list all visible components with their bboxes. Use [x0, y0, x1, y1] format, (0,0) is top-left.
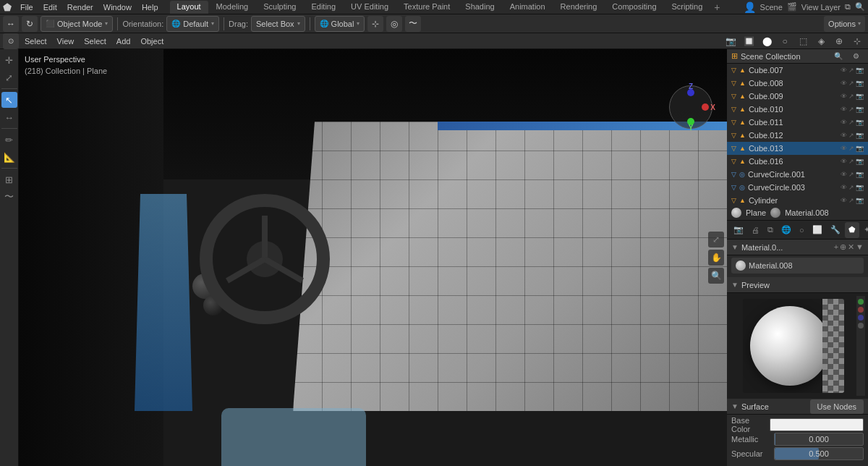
wireframe-icon[interactable]: ○: [777, 33, 793, 49]
snap-header-icon[interactable]: ⊹: [849, 33, 865, 49]
mat-delete-icon[interactable]: ✕: [848, 242, 854, 252]
add-workspace-button[interactable]: +: [710, 1, 723, 14]
select-tool[interactable]: ↖: [1, 92, 17, 108]
outliner-item-cube007[interactable]: ▽ ▲ Cube.007 👁 ↗ 📷: [727, 64, 868, 77]
sculpt-tool[interactable]: 〜: [1, 189, 17, 205]
cyl-sel-icon[interactable]: ↗: [848, 197, 854, 204]
outliner-item-cube011[interactable]: ▽ ▲ Cube.011 👁 ↗ 📷: [727, 116, 868, 129]
mat-new-icon[interactable]: +: [834, 242, 838, 252]
outliner-filter-icon[interactable]: 🔍: [830, 48, 846, 64]
drag-dropdown[interactable]: Select Box ▾: [251, 16, 305, 32]
cube009-vis-icon[interactable]: 👁: [841, 93, 847, 100]
account-icon[interactable]: 👤: [744, 1, 756, 13]
menu-edit[interactable]: Edit: [39, 1, 61, 13]
xray-icon[interactable]: ⬚: [795, 33, 811, 49]
tab-rendering[interactable]: Rendering: [553, 1, 605, 14]
props-tab-modifiers[interactable]: 🔧: [827, 222, 844, 238]
cube008-sel-icon[interactable]: ↗: [848, 80, 854, 87]
cube011-render-icon[interactable]: 📷: [856, 119, 864, 126]
outliner-item-cube008[interactable]: ▽ ▲ Cube.008 👁 ↗ 📷: [727, 77, 868, 90]
props-tab-view-layer[interactable]: ⧉: [764, 222, 777, 238]
vp-hand-icon[interactable]: ✋: [708, 250, 724, 266]
metallic-slider[interactable]: 0.000: [774, 433, 864, 446]
rotate-tool-icon[interactable]: ↻: [22, 16, 38, 32]
cube009-sel-icon[interactable]: ↗: [848, 93, 854, 100]
cursor-tool[interactable]: ✛: [1, 52, 17, 68]
cc003-render-icon[interactable]: 📷: [856, 184, 864, 191]
props-tab-material[interactable]: ⬟: [845, 222, 859, 238]
overlay-icon[interactable]: ◈: [813, 33, 829, 49]
nav-gizmo[interactable]: X Y Z: [669, 85, 720, 136]
tab-editing[interactable]: Editing: [304, 1, 343, 14]
props-tab-render[interactable]: 📷: [730, 222, 747, 238]
add-tool[interactable]: ⊞: [1, 171, 17, 187]
props-tab-world[interactable]: ○: [796, 222, 808, 238]
tab-sculpting[interactable]: Sculpting: [256, 1, 303, 14]
object-mode-dropdown[interactable]: ⬛ Object Mode ▾: [41, 16, 113, 32]
vp-zoom-icon[interactable]: 🔍: [708, 268, 724, 284]
mat-copy-icon[interactable]: ⊕: [840, 242, 846, 252]
move-tool-icon[interactable]: ↔: [3, 16, 19, 32]
options-button[interactable]: Options ▾: [824, 16, 865, 32]
cc003-sel-icon[interactable]: ↗: [848, 184, 854, 191]
cube016-render-icon[interactable]: 📷: [856, 158, 864, 165]
menu-file[interactable]: File: [16, 1, 38, 13]
tab-scripting[interactable]: Scripting: [665, 1, 710, 14]
cube008-render-icon[interactable]: 📷: [856, 80, 864, 87]
props-tab-particles[interactable]: ✦: [860, 222, 868, 238]
props-tab-object[interactable]: ⬜: [809, 222, 826, 238]
outliner-item-cube010[interactable]: ▽ ▲ Cube.010 👁 ↗ 📷: [727, 103, 868, 116]
outliner-item-cube009[interactable]: ▽ ▲ Cube.009 👁 ↗ 📷: [727, 90, 868, 103]
tab-compositing[interactable]: Compositing: [605, 1, 663, 14]
cube007-render-icon[interactable]: 📷: [856, 67, 864, 74]
outliner-item-cube012[interactable]: ▽ ▲ Cube.012 👁 ↗ 📷: [727, 129, 868, 142]
cc001-vis-icon[interactable]: 👁: [841, 171, 847, 178]
cube008-vis-icon[interactable]: 👁: [841, 80, 847, 87]
menu-help[interactable]: Help: [137, 1, 163, 13]
viewport-shading-icon[interactable]: ⊙: [3, 33, 19, 49]
transform-tool[interactable]: ↔: [1, 109, 17, 125]
outliner-item-curvecircle003[interactable]: ▽ ◎ CurveCircle.003 👁 ↗ 📷: [727, 181, 868, 194]
select-menu2[interactable]: Select: [80, 36, 111, 46]
cc003-vis-icon[interactable]: 👁: [841, 184, 847, 191]
outliner-item-cylinder[interactable]: ▽ ▲ Cylinder 👁 ↗ 📷: [727, 194, 868, 205]
cube010-vis-icon[interactable]: 👁: [841, 106, 847, 113]
transform-dropdown[interactable]: 🌐 Global ▾: [315, 16, 365, 32]
preview-header[interactable]: ▼ Preview: [727, 277, 868, 293]
gizmo-icon[interactable]: ⊕: [831, 33, 847, 49]
wave-icon[interactable]: 〜: [405, 16, 421, 32]
cube016-sel-icon[interactable]: ↗: [848, 158, 854, 165]
outliner-item-cube013[interactable]: ▽ ▲ Cube.013 👁 ↗ 📷: [727, 142, 868, 155]
mat-filter-icon[interactable]: ▼: [856, 242, 864, 252]
menu-window[interactable]: Window: [99, 1, 136, 13]
snap-icon[interactable]: ⊹: [367, 16, 383, 32]
tab-shading[interactable]: Shading: [458, 1, 501, 14]
cube013-vis-icon[interactable]: 👁: [841, 145, 847, 152]
search-icon[interactable]: 🔍: [855, 2, 865, 12]
outliner-settings-icon[interactable]: ⚙: [848, 48, 864, 64]
cube011-vis-icon[interactable]: 👁: [841, 119, 847, 126]
tab-layout[interactable]: Layout: [170, 1, 208, 14]
props-tab-scene[interactable]: 🌐: [778, 222, 795, 238]
cube007-sel-icon[interactable]: ↗: [848, 67, 854, 74]
cube013-render-icon[interactable]: 📷: [856, 145, 864, 152]
cyl-render-icon[interactable]: 📷: [856, 197, 864, 204]
props-tab-output[interactable]: 🖨: [748, 222, 763, 238]
outliner-item-curvecircle001[interactable]: ▽ ◎ CurveCircle.001 👁 ↗ 📷: [727, 168, 868, 181]
tab-animation[interactable]: Animation: [503, 1, 553, 14]
add-menu[interactable]: Add: [112, 36, 135, 46]
orientation-dropdown[interactable]: 🌐 Default ▾: [166, 16, 219, 32]
move-tool[interactable]: ⤢: [1, 69, 17, 85]
cube011-sel-icon[interactable]: ↗: [848, 119, 854, 126]
cube010-sel-icon[interactable]: ↗: [848, 106, 854, 113]
object-menu[interactable]: Object: [136, 36, 168, 46]
tab-uv-editing[interactable]: UV Editing: [344, 1, 396, 14]
cube010-render-icon[interactable]: 📷: [856, 106, 864, 113]
tab-modeling[interactable]: Modeling: [209, 1, 256, 14]
cyl-vis-icon[interactable]: 👁: [841, 197, 847, 204]
render-icon[interactable]: 🎬: [787, 2, 797, 12]
vp-move-icon[interactable]: ⤢: [708, 232, 724, 247]
cube009-render-icon[interactable]: 📷: [856, 93, 864, 100]
cc001-sel-icon[interactable]: ↗: [848, 171, 854, 178]
camera-view-icon[interactable]: 📷: [723, 33, 739, 49]
